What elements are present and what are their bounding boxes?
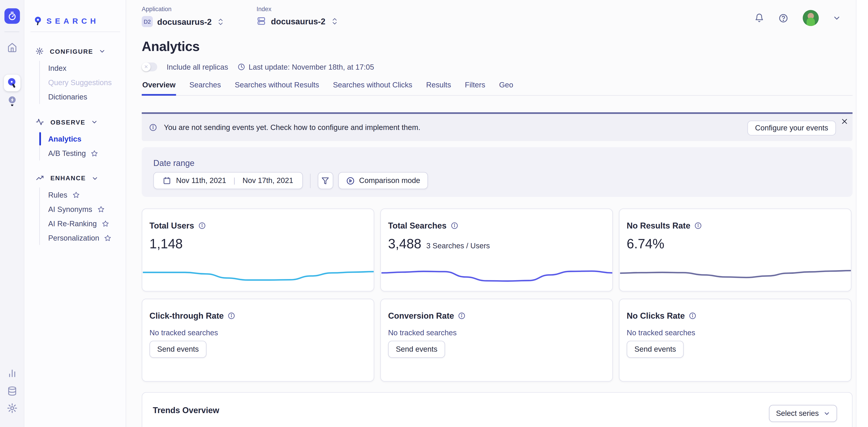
calendar-icon <box>163 176 171 185</box>
sidebar-item-rules[interactable]: Rules <box>48 188 126 202</box>
date-range-button[interactable]: Nov 11th, 2021 | Nov 17th, 2021 <box>153 172 303 189</box>
tab-searches-without-clicks[interactable]: Searches without Clicks <box>332 81 413 96</box>
card-title: Total Users <box>150 221 194 230</box>
star-icon <box>104 234 112 241</box>
icon-rail <box>0 0 24 427</box>
empty-state-text: No tracked searches <box>381 320 612 337</box>
sidebar-item-dictionaries[interactable]: Dictionaries <box>48 90 126 104</box>
trending-up-icon <box>35 174 44 182</box>
tab-results[interactable]: Results <box>426 81 452 96</box>
sidebar-item-ai-re-ranking[interactable]: AI Re-Ranking <box>48 216 126 231</box>
nav-items-enhance: Rules AI Synonyms AI Re-Ranking Personal… <box>39 188 126 245</box>
chevron-down-icon <box>92 119 98 125</box>
nav-items-observe: Analytics A/B Testing <box>39 132 126 160</box>
card-title: Conversion Rate <box>388 311 454 320</box>
card-title: Total Searches <box>388 221 446 230</box>
info-icon <box>149 123 157 132</box>
star-icon <box>91 150 98 157</box>
recommend-bulb-icon[interactable] <box>0 95 24 107</box>
help-icon[interactable] <box>778 13 788 23</box>
chevron-up-down-icon[interactable] <box>332 18 337 25</box>
tab-filters[interactable]: Filters <box>464 81 486 96</box>
no-results-rate-sparkline <box>620 257 851 290</box>
date-range-panel: Date range Nov 11th, 2021 | Nov 17th, 20… <box>142 147 852 197</box>
star-icon <box>102 220 109 227</box>
select-series-button[interactable]: Select series <box>769 405 837 422</box>
index-value: docusaurus-2 <box>271 17 325 26</box>
sidebar-item-ab-testing[interactable]: A/B Testing <box>48 146 126 161</box>
activity-icon <box>35 118 44 126</box>
settings-gear-icon[interactable] <box>0 403 24 414</box>
card-title: No Results Rate <box>627 221 690 230</box>
context-selectors: Application D2 docusaurus-2 Index <box>142 0 852 27</box>
notifications-bell-icon[interactable] <box>754 13 764 23</box>
banner-message: You are not sending events yet. Check ho… <box>164 123 420 132</box>
tab-geo[interactable]: Geo <box>498 81 514 96</box>
nav-section-label: OBSERVE <box>50 119 86 125</box>
nav-section-configure: CONFIGURE Index Query Suggestions Dictio… <box>35 47 126 104</box>
chevron-up-down-icon[interactable] <box>218 18 223 25</box>
clock-icon <box>238 63 245 71</box>
data-icon[interactable] <box>0 386 24 396</box>
card-value: 6.74% <box>627 236 664 252</box>
rail-divider <box>4 32 19 32</box>
scrollbar-gutter[interactable] <box>856 0 868 427</box>
nav-section-observe: OBSERVE Analytics A/B Testing <box>35 118 126 161</box>
chevron-down-icon <box>92 175 98 181</box>
include-replicas-toggle[interactable]: ✕ <box>142 63 157 71</box>
card-title: No Clicks Rate <box>627 311 685 320</box>
nav-head-configure[interactable]: CONFIGURE <box>35 47 126 55</box>
filter-button[interactable] <box>318 172 333 189</box>
sidebar: SEARCH CONFIGURE <box>24 0 126 427</box>
gear-icon <box>35 47 44 55</box>
last-update: Last update: November 18th, at 17:05 <box>238 63 374 71</box>
main-content: Application D2 docusaurus-2 Index <box>126 0 868 427</box>
nav-section-enhance: ENHANCE Rules AI Synonyms AI R <box>35 174 126 245</box>
send-events-button[interactable]: Send events <box>388 341 445 358</box>
application-selector[interactable]: Application D2 docusaurus-2 <box>142 5 223 27</box>
sidebar-item-ai-synonyms[interactable]: AI Synonyms <box>48 202 126 216</box>
comparison-mode-button[interactable]: Comparison mode <box>338 172 428 189</box>
info-icon[interactable] <box>694 222 702 229</box>
info-icon[interactable] <box>451 222 458 229</box>
monitoring-icon[interactable] <box>0 369 24 378</box>
index-selector[interactable]: Index docusaurus-2 <box>256 5 337 27</box>
account-chevron-down-icon[interactable] <box>833 14 840 22</box>
user-avatar[interactable] <box>803 10 819 26</box>
search-logo: SEARCH <box>24 0 126 31</box>
search-product-button[interactable] <box>4 75 21 91</box>
close-icon[interactable] <box>841 118 848 125</box>
sidebar-nav: CONFIGURE Index Query Suggestions Dictio… <box>24 32 126 245</box>
index-label: Index <box>256 5 337 12</box>
info-icon[interactable] <box>458 311 466 319</box>
home-icon[interactable] <box>0 42 24 53</box>
info-icon[interactable] <box>689 311 696 319</box>
application-label: Application <box>142 5 223 12</box>
send-events-button[interactable]: Send events <box>150 341 207 358</box>
no-clicks-rate-card: No Clicks Rate No tracked searches Send … <box>619 299 851 382</box>
sidebar-item-query-suggestions[interactable]: Query Suggestions <box>48 75 126 90</box>
algolia-logo-button[interactable] <box>4 8 20 24</box>
timer-icon <box>7 11 17 21</box>
tab-searches[interactable]: Searches <box>189 81 221 96</box>
date-separator: | <box>233 176 235 185</box>
no-results-rate-card: No Results Rate 6.74% <box>619 208 851 291</box>
configure-events-button[interactable]: Configure your events <box>747 121 836 136</box>
send-events-button[interactable]: Send events <box>627 341 684 358</box>
nav-section-label: ENHANCE <box>50 175 86 182</box>
card-subtext: 3 Searches / Users <box>426 242 490 250</box>
info-icon[interactable] <box>227 311 235 319</box>
nav-head-enhance[interactable]: ENHANCE <box>35 174 126 182</box>
sidebar-item-index[interactable]: Index <box>48 61 126 75</box>
trends-overview-card: Trends Overview Select series <box>142 392 852 427</box>
sidebar-item-analytics[interactable]: Analytics <box>48 132 126 146</box>
nav-head-observe[interactable]: OBSERVE <box>35 118 126 126</box>
sidebar-item-personalization[interactable]: Personalization <box>48 231 126 245</box>
tab-searches-without-results[interactable]: Searches without Results <box>234 81 320 96</box>
header-actions <box>754 10 840 26</box>
total-users-card: Total Users 1,148 <box>142 208 374 291</box>
info-icon[interactable] <box>198 222 206 229</box>
tab-overview[interactable]: Overview <box>142 81 176 96</box>
trends-title: Trends Overview <box>143 393 852 415</box>
index-stack-icon <box>256 16 267 26</box>
